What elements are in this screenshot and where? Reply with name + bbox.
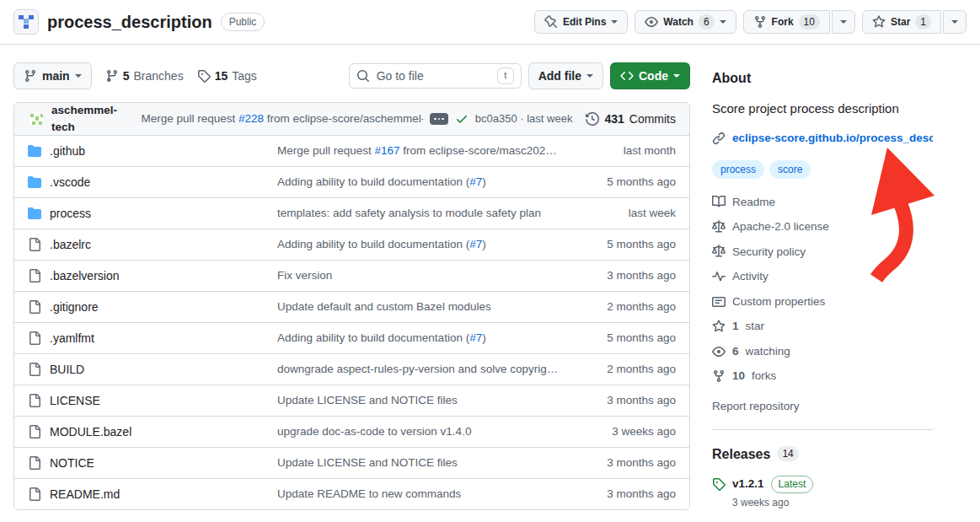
note-icon [712,295,726,309]
repo-owner-avatar[interactable] [13,9,39,35]
fork-button[interactable]: Fork 10 [743,10,830,34]
row-commit-message[interactable]: Merge pull request #167 from eclipse-sco… [277,143,561,159]
about-detail-item[interactable]: Apache-2.0 license [712,218,933,235]
commit-message-pre: Update LICENSE and NOTICE files [277,456,458,469]
row-commit-message[interactable]: upgrade doc-as-code to version v1.4.0 [277,423,561,440]
about-detail-item[interactable]: Custom properties [712,293,933,310]
repo-website-link[interactable]: eclipse-score.github.io/process_descr... [712,130,933,147]
commit-history-link[interactable]: 431 Commits [586,110,676,127]
file-name-link[interactable]: .gitignore [50,299,99,315]
releases-count: 14 [777,446,798,461]
topic-pill[interactable]: process [712,160,764,179]
star-dropdown-button[interactable] [943,10,967,34]
code-button[interactable]: Code [610,62,690,89]
table-row[interactable]: README.md Update README to new commands … [14,478,689,509]
star-button[interactable]: Star 1 [862,10,941,34]
releases-heading: Releases 14 [712,444,933,464]
table-row[interactable]: .github Merge pull request #167 from ecl… [14,135,689,166]
file-name-link[interactable]: .bazelversion [50,267,120,284]
file-name-link[interactable]: NOTICE [50,455,94,471]
file-name-link[interactable]: .github [50,143,85,159]
commit-age: last week [561,205,676,222]
row-commit-message[interactable]: Update LICENSE and NOTICE files [277,455,561,471]
commit-message-expand-button[interactable] [430,113,448,125]
pr-number-link[interactable]: #7 [469,175,482,188]
folder-icon [28,144,41,158]
row-commit-message[interactable]: Adding ability to build documentation (#… [277,174,561,191]
pr-number-link[interactable]: #7 [469,331,482,344]
file-name-link[interactable]: BUILD [50,361,84,378]
row-commit-message[interactable]: downgrade aspect-rules-py-version and so… [277,361,561,378]
tag-icon [712,477,726,510]
pr-number-link[interactable]: #7 [469,238,482,250]
row-commit-message[interactable]: Update README to new commands [277,486,561,503]
row-commit-message[interactable]: Fix version [277,267,561,284]
caret-down-icon [840,20,847,24]
file-icon [28,331,41,345]
file-name-link[interactable]: .yamlfmt [50,330,94,347]
file-name-link[interactable]: .vscode [50,174,90,191]
commit-author-avatar[interactable] [28,110,45,127]
commit-message-pre: Update LICENSE and NOTICE files [277,394,458,406]
about-detail-item[interactable]: 1 star [712,318,933,335]
table-row[interactable]: .bazelversion Fix version 3 months ago [14,260,689,291]
table-row[interactable]: BUILD downgrade aspect-rules-py-version … [14,353,689,385]
repo-sidebar: About Score project process description … [712,62,933,522]
row-commit-message[interactable]: Adding ability to build documentation (#… [277,236,561,253]
file-name-link[interactable]: process [50,205,91,222]
commit-age: 2 months ago [561,299,676,315]
about-detail-item[interactable]: Readme [712,194,933,211]
watch-button[interactable]: Watch 6 [635,10,736,34]
repo-title[interactable]: process_description [47,10,212,35]
file-name-link[interactable]: README.md [50,486,120,503]
release-version-link[interactable]: v1.2.1 [732,476,764,492]
star-icon [712,320,726,333]
latest-release[interactable]: v1.2.1 Latest 3 weeks ago [712,476,933,510]
report-repository-link[interactable]: Report repository [712,398,800,415]
tag-icon [197,69,211,83]
file-name-link[interactable]: LICENSE [50,392,100,409]
about-detail-item[interactable]: 10 forks [712,368,933,385]
file-icon [28,487,41,501]
star-icon [872,15,886,29]
row-commit-message[interactable]: Adding ability to build documentation (#… [277,330,561,347]
file-name-link[interactable]: MODULE.bazel [50,423,131,440]
history-icon [586,112,599,126]
sidebar-divider [712,429,933,430]
table-row[interactable]: NOTICE Update LICENSE and NOTICE files 3… [14,447,689,478]
latest-release-badge[interactable]: Latest [771,476,814,493]
caret-down-icon [951,20,958,24]
pulse-icon [712,270,726,283]
table-row[interactable]: process templates: add safety analysis t… [14,197,689,229]
about-detail-item[interactable]: Activity [712,268,933,285]
about-detail-item[interactable]: Security policy [712,244,933,261]
row-commit-message[interactable]: Update LICENSE and NOTICE files [277,392,561,409]
row-commit-message[interactable]: templates: add safety analysis to module… [277,205,561,222]
pr-number-link[interactable]: #228 [238,112,264,125]
table-row[interactable]: LICENSE Update LICENSE and NOTICE files … [14,385,689,416]
tags-link[interactable]: 15 Tags [197,67,257,84]
add-file-button[interactable]: Add file [528,62,603,89]
table-row[interactable]: .vscode Adding ability to build document… [14,166,689,197]
checks-status-icon[interactable] [455,112,469,126]
commit-author-link[interactable]: aschemmel-tech [51,102,134,135]
visibility-badge: Public [221,13,265,31]
commit-message[interactable]: Merge pull request #228 from eclipse-sco… [141,110,422,127]
file-name-link[interactable]: .bazelrc [50,236,91,253]
branches-link[interactable]: 5 Branches [105,67,184,84]
row-commit-message[interactable]: Update default and custom Bazel modules [277,299,561,315]
commit-sha-and-time[interactable]: bc0a350 · last week [475,111,573,127]
fork-dropdown-button[interactable] [832,10,855,34]
topic-pill[interactable]: score [769,160,811,179]
table-row[interactable]: .bazelrc Adding ability to build documen… [14,229,689,260]
about-detail-item[interactable]: 6 watching [712,343,933,360]
commit-age: 5 months ago [561,330,676,347]
pr-number-link[interactable]: #167 [375,144,400,157]
edit-pins-button[interactable]: Edit Pins [534,10,628,34]
branch-selector[interactable]: main [13,62,92,89]
table-row[interactable]: .yamlfmt Adding ability to build documen… [14,322,689,353]
table-row[interactable]: MODULE.bazel upgrade doc-as-code to vers… [14,416,689,447]
table-row[interactable]: .gitignore Update default and custom Baz… [14,291,689,322]
go-to-file-input[interactable]: Go to file t [349,63,522,89]
commit-message-pre: Update default and custom Bazel modules [277,300,491,313]
